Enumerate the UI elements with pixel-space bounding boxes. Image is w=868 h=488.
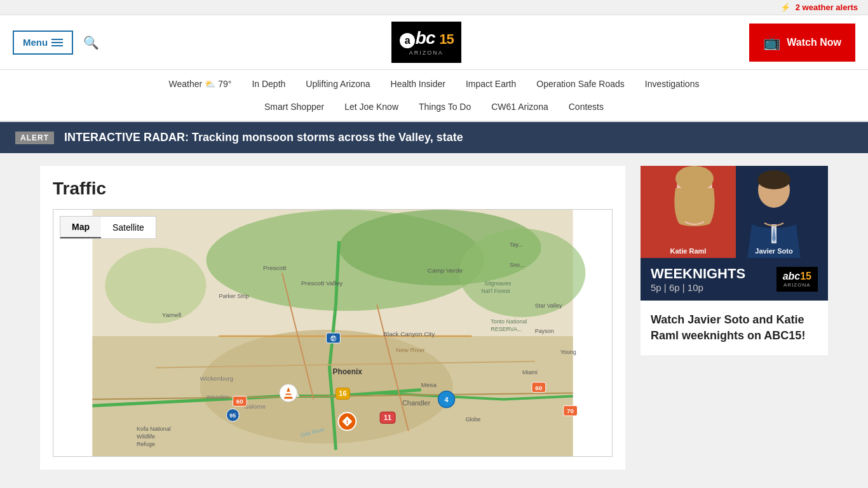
tv-icon: 📺 xyxy=(763,34,780,51)
nav-in-depth[interactable]: In Depth xyxy=(241,75,295,93)
nav-things-to-do[interactable]: Things To Do xyxy=(409,98,481,116)
svg-text:RESERVA...: RESERVA... xyxy=(491,326,522,332)
menu-button[interactable]: Menu xyxy=(13,30,73,55)
weather-alert[interactable]: ⚡ 2 weather alerts xyxy=(780,3,858,12)
nav-uplifting-arizona[interactable]: Uplifting Arizona xyxy=(295,75,380,93)
svg-text:16: 16 xyxy=(339,390,346,397)
content-left: Traffic Map Satellite xyxy=(40,166,625,470)
svg-text:Tay...: Tay... xyxy=(510,241,523,248)
nav-health-insider[interactable]: Health Insider xyxy=(381,75,456,93)
svg-text:60: 60 xyxy=(535,384,543,391)
weeknights-bar: WEEKNIGHTS 5p | 6p | 10p abc15 ARIZONA xyxy=(641,258,828,301)
svg-rect-56 xyxy=(285,392,292,394)
svg-text:⑰: ⑰ xyxy=(330,336,337,342)
svg-text:Wickenburg: Wickenburg xyxy=(200,375,233,382)
hamburger-icon xyxy=(51,37,63,48)
weeknights-label: WEEKNIGHTS xyxy=(651,266,745,282)
nav-operation-safe-roads[interactable]: Operation Safe Roads xyxy=(526,75,635,93)
promo-headline: Watch Javier Soto and Katie Raml weeknig… xyxy=(651,312,818,344)
svg-text:Chandler: Chandler xyxy=(402,399,431,407)
svg-point-63 xyxy=(675,166,714,191)
svg-text:New River: New River xyxy=(396,346,426,353)
svg-text:Young: Young xyxy=(560,349,576,355)
svg-text:Sno...: Sno... xyxy=(510,262,524,268)
svg-point-66 xyxy=(757,170,790,189)
svg-text:Mesa: Mesa xyxy=(421,381,437,388)
temperature: 79° xyxy=(218,79,231,89)
top-alert-bar: ⚡ 2 weather alerts xyxy=(0,0,868,15)
svg-text:Nat'l Forest: Nat'l Forest xyxy=(481,288,510,294)
nav-smart-shopper[interactable]: Smart Shopper xyxy=(254,98,334,116)
nav-row-2: Smart Shopper Let Joe Know Things To Do … xyxy=(254,95,614,121)
svg-text:95: 95 xyxy=(229,412,236,419)
lightning-icon: ⚡ xyxy=(780,3,790,12)
nav-investigations[interactable]: Investigations xyxy=(635,75,710,93)
svg-text:Sitgreaves: Sitgreaves xyxy=(484,280,512,287)
svg-text:70: 70 xyxy=(567,407,574,414)
svg-text:Phoenix: Phoenix xyxy=(333,367,363,376)
alert-text: 2 weather alerts xyxy=(796,3,858,12)
svg-text:Tonto National: Tonto National xyxy=(491,318,527,325)
svg-text:11: 11 xyxy=(384,414,391,421)
svg-rect-55 xyxy=(284,395,293,396)
svg-text:!: ! xyxy=(346,418,348,425)
svg-text:Parker Strip: Parker Strip xyxy=(219,293,248,299)
nav-weather[interactable]: Weather ⛅ 79° xyxy=(159,75,242,93)
satellite-view-button[interactable]: Satellite xyxy=(101,217,156,238)
svg-text:4: 4 xyxy=(445,396,449,403)
nav-contests[interactable]: Contests xyxy=(559,98,614,116)
abc-logo-text: abc15 xyxy=(783,271,811,282)
svg-text:60: 60 xyxy=(236,398,244,405)
abc15-small-logo: abc15 ARIZONA xyxy=(776,267,818,292)
logo-sub: ARIZONA xyxy=(409,50,444,56)
logo-abc: abc 15 xyxy=(399,29,454,48)
logo-number: 15 xyxy=(439,31,453,47)
map-view-button[interactable]: Map xyxy=(60,217,101,238)
nav-impact-earth[interactable]: Impact Earth xyxy=(456,75,526,93)
svg-text:Prescott Valley: Prescott Valley xyxy=(301,280,343,287)
anchor-photo: Katie Raml Javier Soto xyxy=(641,166,828,258)
svg-text:Katie Raml: Katie Raml xyxy=(670,247,707,255)
arizona-sub: ARIZONA xyxy=(783,282,811,288)
svg-text:Salome: Salome xyxy=(244,403,266,410)
search-button[interactable]: 🔍 xyxy=(79,31,103,54)
svg-text:Globe: Globe xyxy=(465,416,480,423)
alert-message: INTERACTIVE RADAR: Tracking monsoon stor… xyxy=(64,131,463,144)
map-toggle: Map Satellite xyxy=(60,216,156,239)
svg-text:Javier Soto: Javier Soto xyxy=(755,247,793,255)
sidebar: Katie Raml Javier Soto xyxy=(641,166,828,470)
svg-text:Black Canyon City: Black Canyon City xyxy=(383,330,435,337)
alert-banner[interactable]: ALERT INTERACTIVE RADAR: Tracking monsoo… xyxy=(0,122,868,153)
weeknights-info: WEEKNIGHTS 5p | 6p | 10p xyxy=(651,266,745,293)
watch-now-label: Watch Now xyxy=(787,37,841,48)
site-logo[interactable]: abc 15 ARIZONA xyxy=(391,22,461,63)
navigation: Weather ⛅ 79° In Depth Uplifting Arizona… xyxy=(0,70,868,122)
svg-text:Yarnell: Yarnell xyxy=(162,311,181,318)
nav-cw61-arizona[interactable]: CW61 Arizona xyxy=(481,98,558,116)
header: Menu 🔍 abc 15 ARIZONA 📺 Watch Now xyxy=(0,15,868,70)
page-title: Traffic xyxy=(53,179,613,199)
svg-text:Kofa National: Kofa National xyxy=(137,426,171,432)
anchor-promo-ad[interactable]: Katie Raml Javier Soto xyxy=(641,166,828,355)
map-svg: Prescott Valley Camp Verde Prescott Yarn… xyxy=(53,210,612,456)
weeknights-times: 5p | 6p | 10p xyxy=(651,282,745,293)
svg-text:Payson: Payson xyxy=(535,328,554,334)
traffic-map[interactable]: Map Satellite xyxy=(53,209,613,457)
svg-text:Wildlife: Wildlife xyxy=(137,433,155,440)
header-left: Menu 🔍 xyxy=(13,30,103,55)
weather-label: Weather xyxy=(169,79,203,89)
main-content: Traffic Map Satellite xyxy=(27,166,841,470)
watch-now-button[interactable]: 📺 Watch Now xyxy=(749,24,855,62)
logo-container: abc 15 ARIZONA xyxy=(391,22,461,63)
svg-text:Star Valley: Star Valley xyxy=(535,302,562,309)
nav-let-joe-know[interactable]: Let Joe Know xyxy=(334,98,409,116)
weather-cloud-icon: ⛅ xyxy=(205,79,215,89)
svg-text:Miami: Miami xyxy=(522,369,538,376)
svg-text:Camp Verde: Camp Verde xyxy=(428,267,463,274)
search-icon: 🔍 xyxy=(83,36,99,50)
svg-text:Refuge: Refuge xyxy=(137,441,155,447)
logo-circle: a xyxy=(400,33,415,48)
svg-point-4 xyxy=(105,248,206,323)
sidebar-promo-text: Watch Javier Soto and Katie Raml weeknig… xyxy=(641,301,828,355)
svg-text:Prescott: Prescott xyxy=(263,264,287,271)
